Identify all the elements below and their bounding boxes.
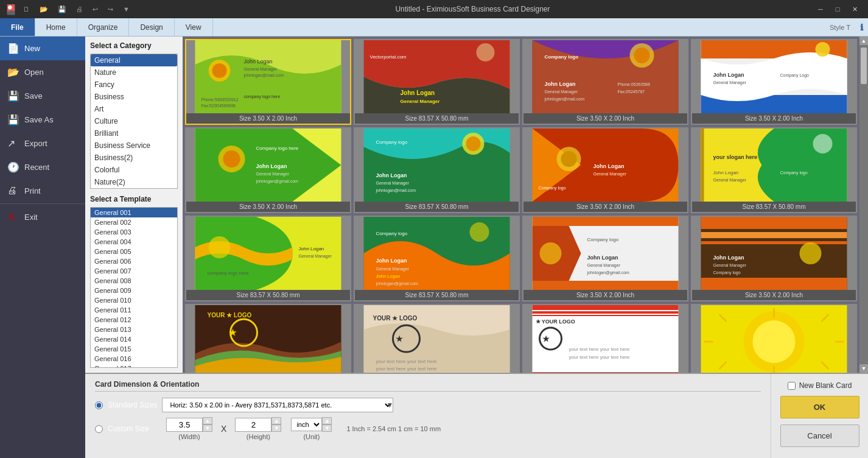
toolbar-btn-more[interactable]: ▼: [119, 4, 133, 14]
menu-item-save[interactable]: 💾 Save: [0, 84, 85, 108]
standard-size-radio[interactable]: [95, 401, 103, 409]
template-item-010[interactable]: General 010: [91, 295, 177, 305]
unit-down-button[interactable]: ▼: [322, 425, 332, 432]
toolbar-btn-save[interactable]: 💾: [54, 4, 70, 15]
template-item-007[interactable]: General 007: [91, 266, 177, 276]
template-item-014[interactable]: General 014: [91, 334, 177, 344]
card-13[interactable]: ★ YOUR ★ LOGO: [185, 304, 351, 373]
card-15[interactable]: ★ ★ YOUR LOGO your text here your text h…: [522, 304, 688, 373]
category-item-art[interactable]: Art: [91, 103, 177, 115]
unit-select[interactable]: inch cm mm: [291, 418, 322, 431]
card-6[interactable]: Company logo John Logan General Manager …: [354, 127, 520, 213]
template-item-001[interactable]: General 001: [91, 208, 177, 217]
card-3[interactable]: Company logo John Logan General Manager …: [522, 39, 688, 125]
toolbar-btn-redo[interactable]: ↪: [104, 4, 117, 15]
template-item-017[interactable]: General 017: [91, 364, 177, 368]
ribbon-tab-home[interactable]: Home: [35, 18, 77, 36]
custom-size-radio[interactable]: [95, 425, 103, 433]
menu-item-recent[interactable]: 🕐 Recent: [0, 155, 85, 179]
svg-text:★ YOUR LOGO: ★ YOUR LOGO: [536, 319, 575, 325]
category-item-culture[interactable]: Culture: [91, 115, 177, 127]
ribbon-tab-file[interactable]: File: [0, 18, 35, 36]
template-item-008[interactable]: General 008: [91, 276, 177, 286]
menu-item-new[interactable]: 📄 New: [0, 37, 85, 60]
ribbon-tab-view[interactable]: View: [175, 18, 213, 36]
unit-up-button[interactable]: ▲: [322, 417, 332, 425]
category-item-brilliant[interactable]: Brilliant: [91, 127, 177, 139]
card-5[interactable]: Company logo here John Logan General Man…: [185, 127, 351, 213]
scroll-down-arrow[interactable]: ▼: [859, 364, 868, 373]
category-item-fancy[interactable]: Fancy: [91, 79, 177, 91]
category-item-business[interactable]: Business: [91, 91, 177, 103]
new-blank-card-checkbox[interactable]: [788, 382, 796, 390]
svg-text:John Logan: John Logan: [376, 172, 407, 178]
cancel-button[interactable]: Cancel: [780, 425, 859, 447]
template-item-011[interactable]: General 011: [91, 305, 177, 315]
menu-item-saveas[interactable]: 💾 Save As: [0, 108, 85, 132]
cards-scrollbar[interactable]: ▲ ▼: [859, 37, 868, 373]
template-item-006[interactable]: General 006: [91, 256, 177, 266]
menu-item-exit[interactable]: ✕ Exit: [0, 205, 85, 229]
export-icon: ↗: [7, 138, 19, 149]
width-up-button[interactable]: ▲: [203, 417, 212, 425]
scroll-thumb[interactable]: [861, 48, 867, 84]
standard-size-label: Standard Sizes: [108, 401, 157, 409]
ribbon-tab-organize[interactable]: Organize: [77, 18, 130, 36]
help-icon[interactable]: ℹ: [855, 18, 868, 36]
height-up-button[interactable]: ▲: [271, 417, 281, 425]
category-item-general[interactable]: General: [91, 54, 177, 66]
card-14[interactable]: ★ YOUR ★ LOGO your text here your text h…: [354, 304, 520, 373]
standard-size-select[interactable]: Horiz: 3.50 x 2.00 in - Avery 8371,5371,…: [162, 398, 393, 412]
template-item-013[interactable]: General 013: [91, 325, 177, 334]
width-input[interactable]: [166, 418, 203, 432]
height-down-button[interactable]: ▼: [271, 425, 281, 432]
template-item-016[interactable]: General 016: [91, 354, 177, 364]
scroll-up-arrow[interactable]: ▲: [859, 37, 868, 45]
category-item-nature[interactable]: Nature: [91, 66, 177, 79]
svg-text:johnlogan@gmail.com: johnlogan@gmail.com: [256, 179, 299, 184]
template-item-005[interactable]: General 005: [91, 247, 177, 256]
svg-text:★: ★: [542, 334, 550, 344]
card-10[interactable]: Company logo John Logan General Manager …: [354, 216, 520, 301]
card-4[interactable]: John Logan General Manager Company Logo …: [691, 39, 857, 125]
ok-button[interactable]: OK: [780, 396, 859, 418]
category-item-business-service[interactable]: Business Service: [91, 139, 177, 152]
card-12[interactable]: John Logan General Manager Company logo …: [691, 216, 857, 301]
category-item-nature2[interactable]: Nature(2): [91, 176, 177, 188]
height-input[interactable]: [235, 418, 271, 432]
svg-rect-78: [701, 217, 847, 229]
ribbon-tab-design[interactable]: Design: [129, 18, 174, 36]
menu-item-export[interactable]: ↗ Export: [0, 132, 85, 155]
card-11[interactable]: Company logo John Logan General Manager …: [522, 216, 688, 301]
toolbar-btn-new[interactable]: 🗋: [19, 4, 33, 14]
category-item-business2[interactable]: Business(2): [91, 152, 177, 164]
toolbar-btn-undo[interactable]: ↩: [89, 4, 102, 15]
card-16[interactable]: [691, 304, 857, 373]
svg-point-10: [477, 43, 495, 62]
svg-point-32: [223, 150, 240, 167]
svg-text:General Manager: General Manager: [376, 267, 410, 272]
template-item-002[interactable]: General 002: [91, 217, 177, 227]
template-item-009[interactable]: General 009: [91, 286, 177, 295]
card-7[interactable]: John Logan General Manager Company logo …: [522, 127, 688, 213]
toolbar-btn-open[interactable]: 📂: [36, 4, 52, 15]
minimize-button[interactable]: ─: [812, 3, 829, 15]
close-button[interactable]: ✕: [846, 3, 863, 15]
cards-area[interactable]: John Logan General Manager johnlogan@mai…: [183, 37, 859, 373]
menu-item-print[interactable]: 🖨 Print: [0, 179, 85, 202]
menu-label-new: New: [24, 44, 40, 53]
template-item-003[interactable]: General 003: [91, 227, 177, 237]
toolbar-btn-print[interactable]: 🖨: [72, 4, 86, 14]
template-item-015[interactable]: General 015: [91, 344, 177, 354]
width-down-button[interactable]: ▼: [203, 425, 212, 432]
template-item-004[interactable]: General 004: [91, 237, 177, 247]
template-item-012[interactable]: General 012: [91, 315, 177, 325]
card-2[interactable]: John Logan General Manager Vectorportal.…: [354, 39, 520, 125]
menu-item-open[interactable]: 📂 Open: [0, 60, 85, 84]
svg-text:John Logan: John Logan: [545, 81, 576, 87]
maximize-button[interactable]: □: [829, 3, 846, 15]
card-9[interactable]: company logo here John Logan General Man…: [185, 216, 351, 301]
card-1[interactable]: John Logan General Manager johnlogan@mai…: [185, 39, 351, 125]
category-item-colorful[interactable]: Colorful: [91, 164, 177, 176]
card-8[interactable]: your slogan here John Logan General Mana…: [691, 127, 857, 213]
